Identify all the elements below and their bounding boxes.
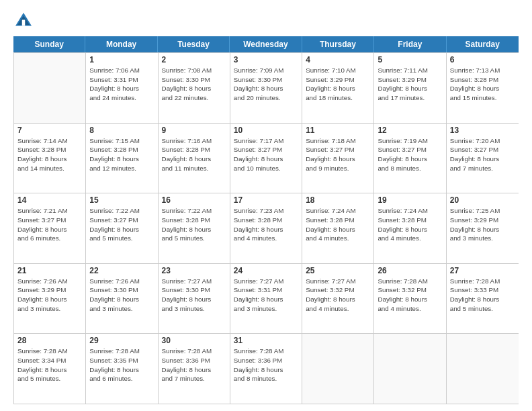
day-number: 15 [89, 195, 154, 205]
day-cell-10: 10Sunrise: 7:17 AM Sunset: 3:27 PM Dayli… [230, 124, 302, 193]
day-number: 24 [234, 266, 298, 275]
day-number: 4 [306, 55, 370, 64]
calendar-header: SundayMondayTuesdayWednesdayThursdayFrid… [13, 36, 519, 52]
day-number: 23 [162, 266, 226, 275]
weekday-header-friday: Friday [374, 36, 446, 52]
empty-cell [302, 334, 374, 404]
day-number: 28 [17, 336, 82, 345]
day-info: Sunrise: 7:26 AM Sunset: 3:29 PM Dayligh… [17, 277, 82, 314]
calendar-body: 1Sunrise: 7:06 AM Sunset: 3:31 PM Daylig… [13, 52, 519, 404]
day-cell-31: 31Sunrise: 7:28 AM Sunset: 3:36 PM Dayli… [230, 334, 302, 404]
day-info: Sunrise: 7:24 AM Sunset: 3:28 PM Dayligh… [378, 206, 442, 243]
calendar-week-4: 21Sunrise: 7:26 AM Sunset: 3:29 PM Dayli… [14, 264, 519, 334]
day-number: 8 [89, 126, 154, 135]
day-cell-13: 13Sunrise: 7:20 AM Sunset: 3:27 PM Dayli… [447, 124, 519, 193]
day-info: Sunrise: 7:23 AM Sunset: 3:28 PM Dayligh… [234, 206, 298, 243]
empty-cell [447, 334, 519, 404]
empty-cell [374, 334, 446, 404]
day-cell-12: 12Sunrise: 7:19 AM Sunset: 3:27 PM Dayli… [374, 124, 446, 193]
day-cell-2: 2Sunrise: 7:08 AM Sunset: 3:30 PM Daylig… [159, 53, 230, 123]
day-info: Sunrise: 7:10 AM Sunset: 3:29 PM Dayligh… [306, 66, 370, 103]
weekday-header-tuesday: Tuesday [158, 36, 230, 52]
day-info: Sunrise: 7:21 AM Sunset: 3:27 PM Dayligh… [17, 206, 82, 243]
day-cell-21: 21Sunrise: 7:26 AM Sunset: 3:29 PM Dayli… [14, 264, 86, 334]
day-info: Sunrise: 7:28 AM Sunset: 3:34 PM Dayligh… [17, 347, 82, 383]
day-info: Sunrise: 7:09 AM Sunset: 3:30 PM Dayligh… [234, 66, 298, 103]
day-info: Sunrise: 7:08 AM Sunset: 3:30 PM Dayligh… [162, 66, 226, 103]
day-cell-14: 14Sunrise: 7:21 AM Sunset: 3:27 PM Dayli… [14, 193, 86, 263]
day-info: Sunrise: 7:13 AM Sunset: 3:28 PM Dayligh… [450, 66, 515, 103]
empty-cell [14, 53, 86, 123]
day-number: 1 [89, 55, 154, 64]
logo [13, 11, 36, 31]
day-cell-1: 1Sunrise: 7:06 AM Sunset: 3:31 PM Daylig… [86, 53, 158, 123]
day-cell-23: 23Sunrise: 7:27 AM Sunset: 3:30 PM Dayli… [159, 264, 230, 334]
day-cell-27: 27Sunrise: 7:28 AM Sunset: 3:33 PM Dayli… [447, 264, 519, 334]
day-number: 19 [378, 195, 442, 205]
day-info: Sunrise: 7:17 AM Sunset: 3:27 PM Dayligh… [234, 136, 298, 173]
day-cell-7: 7Sunrise: 7:14 AM Sunset: 3:28 PM Daylig… [14, 124, 86, 193]
calendar-week-2: 7Sunrise: 7:14 AM Sunset: 3:28 PM Daylig… [14, 124, 519, 194]
svg-rect-2 [22, 20, 26, 26]
day-info: Sunrise: 7:28 AM Sunset: 3:35 PM Dayligh… [89, 347, 154, 383]
day-cell-3: 3Sunrise: 7:09 AM Sunset: 3:30 PM Daylig… [230, 53, 302, 123]
day-cell-15: 15Sunrise: 7:22 AM Sunset: 3:27 PM Dayli… [86, 193, 158, 263]
day-info: Sunrise: 7:27 AM Sunset: 3:31 PM Dayligh… [234, 277, 298, 314]
day-cell-22: 22Sunrise: 7:26 AM Sunset: 3:30 PM Dayli… [86, 264, 158, 334]
day-number: 18 [306, 195, 370, 205]
calendar: SundayMondayTuesdayWednesdayThursdayFrid… [13, 36, 519, 404]
day-info: Sunrise: 7:22 AM Sunset: 3:28 PM Dayligh… [162, 206, 226, 243]
day-cell-16: 16Sunrise: 7:22 AM Sunset: 3:28 PM Dayli… [159, 193, 230, 263]
day-info: Sunrise: 7:25 AM Sunset: 3:29 PM Dayligh… [450, 206, 515, 243]
day-info: Sunrise: 7:28 AM Sunset: 3:33 PM Dayligh… [450, 277, 515, 314]
day-cell-26: 26Sunrise: 7:28 AM Sunset: 3:32 PM Dayli… [374, 264, 446, 334]
day-number: 16 [162, 195, 226, 205]
day-cell-25: 25Sunrise: 7:27 AM Sunset: 3:32 PM Dayli… [302, 264, 374, 334]
weekday-header-sunday: Sunday [13, 36, 85, 52]
weekday-header-thursday: Thursday [302, 36, 374, 52]
day-info: Sunrise: 7:20 AM Sunset: 3:27 PM Dayligh… [450, 136, 515, 173]
day-cell-18: 18Sunrise: 7:24 AM Sunset: 3:28 PM Dayli… [302, 193, 374, 263]
day-info: Sunrise: 7:24 AM Sunset: 3:28 PM Dayligh… [306, 206, 370, 243]
day-cell-30: 30Sunrise: 7:28 AM Sunset: 3:36 PM Dayli… [159, 334, 230, 404]
day-number: 11 [306, 126, 370, 135]
day-info: Sunrise: 7:28 AM Sunset: 3:36 PM Dayligh… [234, 347, 298, 383]
day-cell-29: 29Sunrise: 7:28 AM Sunset: 3:35 PM Dayli… [86, 334, 158, 404]
weekday-header-saturday: Saturday [447, 36, 519, 52]
day-number: 22 [89, 266, 154, 275]
day-number: 2 [162, 55, 226, 64]
day-number: 27 [450, 266, 515, 275]
day-info: Sunrise: 7:15 AM Sunset: 3:28 PM Dayligh… [89, 136, 154, 173]
weekday-header-wednesday: Wednesday [230, 36, 302, 52]
day-number: 12 [378, 126, 442, 135]
day-info: Sunrise: 7:26 AM Sunset: 3:30 PM Dayligh… [89, 277, 154, 314]
day-number: 9 [162, 126, 226, 135]
day-number: 5 [378, 55, 442, 64]
day-info: Sunrise: 7:22 AM Sunset: 3:27 PM Dayligh… [89, 206, 154, 243]
page: SundayMondayTuesdayWednesdayThursdayFrid… [0, 0, 532, 411]
day-number: 13 [450, 126, 515, 135]
day-info: Sunrise: 7:28 AM Sunset: 3:36 PM Dayligh… [162, 347, 226, 383]
calendar-week-3: 14Sunrise: 7:21 AM Sunset: 3:27 PM Dayli… [14, 193, 519, 264]
day-cell-20: 20Sunrise: 7:25 AM Sunset: 3:29 PM Dayli… [447, 193, 519, 263]
day-info: Sunrise: 7:11 AM Sunset: 3:29 PM Dayligh… [378, 66, 442, 103]
day-cell-28: 28Sunrise: 7:28 AM Sunset: 3:34 PM Dayli… [14, 334, 86, 404]
day-number: 25 [306, 266, 370, 275]
day-cell-17: 17Sunrise: 7:23 AM Sunset: 3:28 PM Dayli… [230, 193, 302, 263]
calendar-week-1: 1Sunrise: 7:06 AM Sunset: 3:31 PM Daylig… [14, 53, 519, 124]
day-number: 31 [234, 336, 298, 345]
day-cell-8: 8Sunrise: 7:15 AM Sunset: 3:28 PM Daylig… [86, 124, 158, 193]
day-number: 20 [450, 195, 515, 205]
logo-icon [13, 11, 34, 31]
day-info: Sunrise: 7:27 AM Sunset: 3:30 PM Dayligh… [162, 277, 226, 314]
header [13, 11, 519, 31]
day-cell-11: 11Sunrise: 7:18 AM Sunset: 3:27 PM Dayli… [302, 124, 374, 193]
day-info: Sunrise: 7:27 AM Sunset: 3:32 PM Dayligh… [306, 277, 370, 314]
day-number: 21 [17, 266, 82, 275]
day-number: 30 [162, 336, 226, 345]
day-number: 3 [234, 55, 298, 64]
day-info: Sunrise: 7:06 AM Sunset: 3:31 PM Dayligh… [89, 66, 154, 103]
day-info: Sunrise: 7:19 AM Sunset: 3:27 PM Dayligh… [378, 136, 442, 173]
day-info: Sunrise: 7:14 AM Sunset: 3:28 PM Dayligh… [17, 136, 82, 173]
day-number: 26 [378, 266, 442, 275]
